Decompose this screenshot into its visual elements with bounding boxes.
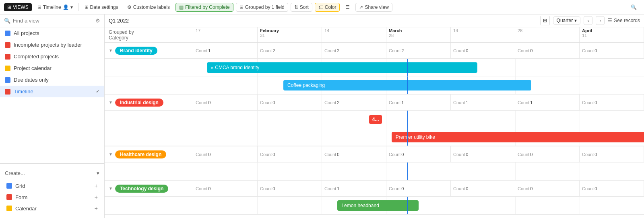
count-cell: Count0	[322, 146, 386, 162]
date-text: 28	[389, 33, 394, 38]
count-cell: Count1	[386, 95, 451, 111]
premier-bar[interactable]: Premier utility bike	[392, 132, 644, 142]
customize-labels-label: Customize labels	[133, 4, 170, 10]
collapse-icon[interactable]: ▼	[109, 100, 113, 105]
bar-label: Lemon headband	[341, 203, 379, 208]
date-col-feb: February 31	[258, 27, 322, 42]
density-button[interactable]: ☰	[342, 3, 353, 11]
overlap-badge[interactable]: 4...	[369, 115, 382, 124]
views-icon: ⊞	[7, 4, 11, 10]
share-button[interactable]: ↗ Share view	[355, 3, 392, 12]
calendar-icon	[5, 66, 10, 71]
brand-identity-badge[interactable]: Brand identity	[115, 47, 157, 55]
search-input[interactable]	[13, 18, 93, 24]
coffee-bar[interactable]: Coffee packaging	[283, 80, 531, 90]
bar-row-premier: Premier utility bike	[105, 128, 644, 146]
create-grid[interactable]: Grid +	[5, 180, 99, 191]
search-button[interactable]: 🔍	[627, 3, 640, 11]
group-label-healthcare: ▼ Healthcare design	[105, 150, 193, 158]
date-col-apr: April 11	[580, 27, 644, 42]
see-records-label: See records	[614, 18, 640, 23]
collapse-icon[interactable]: ▼	[109, 48, 113, 53]
bar-label-lemon	[105, 197, 193, 214]
sidebar-item-label: Completed projects	[14, 53, 59, 60]
grouped-button[interactable]: ⊟ Grouped by 1 field	[236, 3, 288, 12]
group-industrial-design: ▼ Industrial design Count0 Count0 Count2…	[105, 95, 644, 146]
views-button[interactable]: ⊞ VIEWS	[4, 3, 32, 11]
months-container: 17 February 31 14 March 28 14 28	[193, 27, 644, 42]
plus-icon: +	[95, 194, 98, 200]
bar-label-premier	[105, 128, 193, 146]
bar-label: CMCA brand identity	[215, 65, 259, 70]
q1-text: Q1 2022	[109, 18, 129, 24]
filtered-button[interactable]: ▤ Filtered by Complete	[175, 3, 233, 12]
bar-label-overlap	[105, 111, 193, 128]
customize-labels-button[interactable]: ⚙ Customize labels	[124, 3, 173, 11]
next-arrow[interactable]: ›	[596, 16, 605, 25]
cmca-bar[interactable]: « CMCA brand identity	[207, 62, 477, 73]
grouped-label: Grouped by 1 field	[245, 4, 285, 10]
views-label: VIEWS	[13, 4, 29, 10]
collapse-icon[interactable]: ▼	[109, 186, 113, 191]
bar-canvas-coffee: Coffee packaging	[193, 76, 644, 94]
calendar-icon: ⊞	[85, 4, 89, 10]
create-option-label: Grid	[15, 183, 25, 189]
bar-label: Coffee packaging	[287, 82, 325, 88]
collapse-icon[interactable]: ▼	[109, 152, 113, 156]
date-col-14: 14	[322, 27, 386, 42]
create-form[interactable]: Form +	[5, 191, 99, 203]
sidebar-item-due-dates[interactable]: Due dates only	[0, 74, 104, 86]
group-icon: ⊟	[239, 4, 244, 10]
count-cell: Count0	[580, 43, 644, 59]
settings-icon[interactable]: ⚙	[95, 18, 100, 24]
sidebar-item-label: All projects	[14, 30, 39, 36]
bar-label-cmca	[105, 59, 193, 76]
create-option-label: Form	[15, 194, 27, 200]
plus-icon: +	[95, 183, 98, 189]
grid-icon	[5, 31, 10, 36]
sidebar-item-label: Due dates only	[14, 77, 49, 83]
count-cell: Count0	[193, 146, 258, 162]
group-header-technology: ▼ Technology design Count0 Count0 Count1…	[105, 181, 644, 197]
create-header[interactable]: Create... ▾	[5, 168, 99, 179]
toolbar: ⊞ VIEWS ⊟ Timeline 👤 ▾ ⊞ Date settings ⚙…	[0, 0, 644, 14]
timeline-label: Timeline	[43, 4, 61, 10]
date-text: 11	[582, 33, 587, 38]
sidebar-item-all-projects[interactable]: All projects	[0, 27, 104, 39]
create-calendar[interactable]: Calendar +	[5, 203, 99, 214]
today-line	[407, 162, 408, 180]
timeline-tab[interactable]: ⊟ Timeline 👤 ▾	[34, 3, 76, 11]
sidebar-item-calendar[interactable]: Project calendar	[0, 62, 104, 74]
lemon-bar[interactable]: Lemon headband	[337, 200, 419, 211]
count-cell: Count2	[322, 43, 386, 59]
technology-badge[interactable]: Technology design	[115, 185, 168, 193]
sidebar-item-incomplete[interactable]: Incomplete projects by leader	[0, 39, 104, 51]
color-button[interactable]: 🏷 Color	[315, 3, 340, 12]
date-col-mar28: 28	[515, 27, 580, 42]
timeline-top-header: Q1 2022 ⊞ Quarter ▾ ‹ › ☰ See records	[105, 14, 644, 27]
industrial-badge[interactable]: Industrial design	[115, 99, 163, 107]
sidebar-item-completed[interactable]: Completed projects	[0, 51, 104, 62]
sidebar-search-container: 🔍 ⚙	[0, 14, 104, 27]
bar-row-overlap: 4...	[105, 111, 644, 128]
list-icon	[5, 54, 10, 60]
grid-view-button[interactable]: ⊞	[540, 16, 550, 25]
group-header-healthcare: ▼ Healthcare design Count0 Count0 Count0…	[105, 146, 644, 162]
bar-label: Premier utility bike	[396, 134, 435, 140]
date-settings-button[interactable]: ⊞ Date settings	[81, 3, 122, 11]
prev-arrow[interactable]: ‹	[584, 16, 592, 25]
share-icon: ↗	[359, 4, 363, 10]
sort-button[interactable]: ⇅ Sort	[291, 3, 312, 12]
group-label-brand: ▼ Brand identity	[105, 47, 193, 55]
sidebar-item-timeline[interactable]: Timeline ✓	[0, 86, 104, 97]
group-header-brand: ▼ Brand identity Count1 Count2 Count2 Co…	[105, 43, 644, 59]
count-cell: Count0	[451, 43, 515, 59]
count-cell: Count0	[515, 43, 580, 59]
count-cell: Count2	[386, 43, 451, 59]
quarter-selector[interactable]: Quarter ▾	[553, 16, 581, 25]
month-name: April	[582, 28, 592, 33]
healthcare-badge[interactable]: Healthcare design	[115, 150, 166, 158]
see-records-button[interactable]: ☰ See records	[608, 18, 640, 23]
timeline-area: Q1 2022 ⊞ Quarter ▾ ‹ › ☰ See records Gr…	[105, 14, 644, 218]
chevron-down-icon: ▾	[97, 170, 99, 176]
